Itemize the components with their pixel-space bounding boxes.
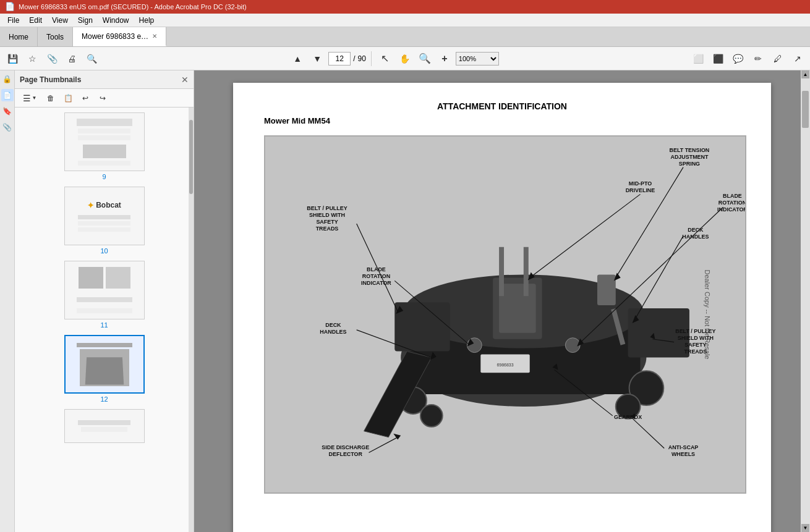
svg-text:BELT / PULLEY: BELT / PULLEY	[307, 205, 347, 211]
zoom-in-button[interactable]: +	[436, 50, 453, 67]
panel-close-button[interactable]: ✕	[181, 75, 189, 85]
panel-undo-button[interactable]: ↩	[78, 91, 93, 106]
main-layout: 🔒 📄 🔖 📎 Page Thumbnails ✕ ☰▼ 🗑 📋 ↩ ↪	[0, 70, 810, 532]
svg-text:HANDLES: HANDLES	[320, 329, 346, 335]
thumb-img-12	[64, 335, 145, 394]
tab-tools[interactable]: Tools	[38, 27, 73, 46]
title-bar-text: Mower 6986833 enUS om.pdf (SECURED) - Ad…	[19, 3, 247, 11]
app-icon: 📄	[5, 2, 15, 12]
svg-text:SAFETY: SAFETY	[684, 342, 706, 348]
menu-window[interactable]: Window	[98, 15, 134, 26]
diagram-container: 6986833 BELT TENSION ADJUSTMENT SPRING M…	[264, 135, 746, 494]
panel-toolbar: ☰▼ 🗑 📋 ↩ ↪	[15, 89, 194, 108]
svg-text:DRIVELINE: DRIVELINE	[626, 187, 655, 193]
nav-controls: ▲ ▼ / 90 ↖ ✋ 🔍 + 100% 75% 125% 150%	[289, 50, 499, 67]
thumb-page-13[interactable]	[17, 409, 191, 443]
svg-rect-17	[597, 274, 616, 305]
panel-title: Page Thumbnails	[20, 75, 81, 84]
svg-text:ROTATION: ROTATION	[362, 273, 390, 279]
panel-delete-button[interactable]: 🗑	[43, 91, 58, 106]
thumb-img-9	[64, 112, 145, 171]
edit-button[interactable]: 🖊	[769, 50, 787, 67]
panel-extract-button[interactable]: 📋	[61, 91, 75, 106]
thumb-img-11	[64, 261, 145, 319]
attach-button[interactable]: 📎	[43, 50, 61, 67]
zoom-out-button[interactable]: 🔍	[416, 50, 433, 67]
svg-text:SAFETY: SAFETY	[316, 219, 338, 225]
thumb-page-11[interactable]: 11	[17, 261, 191, 329]
menu-view[interactable]: View	[47, 15, 73, 26]
thumb-label-12: 12	[100, 395, 108, 403]
page-separator: /	[353, 54, 355, 63]
watermark-text: Dealer Copy -- Not for Resale	[704, 270, 712, 360]
pdf-content[interactable]: ATTACHMENT IDENTIFICATION Mower Mid MM54	[194, 70, 810, 532]
svg-text:WHEELS: WHEELS	[671, 451, 695, 457]
thumb-img-13	[64, 409, 145, 443]
svg-text:TREADS: TREADS	[316, 226, 339, 232]
thumb-label-11: 11	[100, 321, 108, 329]
svg-text:INDICATOR: INDICATOR	[717, 206, 745, 213]
total-pages: 90	[357, 54, 365, 63]
thumbnails-list[interactable]: 9 ✦ Bobcat 10	[15, 108, 194, 532]
bookmark-button[interactable]: ☆	[23, 50, 41, 67]
comment-button[interactable]: 💬	[730, 50, 747, 67]
zoom-select[interactable]: 100% 75% 125% 150%	[456, 52, 499, 65]
svg-text:ADJUSTMENT: ADJUSTMENT	[670, 154, 709, 160]
diagram-svg: 6986833 BELT TENSION ADJUSTMENT SPRING M…	[265, 137, 745, 492]
svg-text:BLADE: BLADE	[723, 193, 742, 199]
svg-text:BLADE: BLADE	[367, 266, 386, 272]
scrollbar[interactable]: ▲ ▼	[801, 70, 810, 532]
menu-file[interactable]: File	[2, 15, 24, 26]
thumb-label-10: 10	[100, 247, 108, 255]
bookmarks-icon[interactable]: 🔖	[1, 105, 14, 117]
svg-text:SIDE DISCHARGE: SIDE DISCHARGE	[322, 444, 369, 450]
print-button[interactable]: 🖨	[63, 50, 80, 67]
prev-page-button[interactable]: ▲	[289, 50, 306, 67]
lock-icon: 🔒	[1, 73, 14, 85]
tab-close-icon[interactable]: ✕	[152, 33, 157, 40]
svg-text:DECK: DECK	[325, 322, 341, 328]
svg-text:6986833: 6986833	[497, 363, 513, 367]
svg-rect-12	[499, 247, 504, 296]
panel-redo-button[interactable]: ↪	[95, 91, 110, 106]
thumb-label-9: 9	[102, 173, 106, 180]
find-button[interactable]: 🔍	[83, 50, 100, 67]
thumb-page-10[interactable]: ✦ Bobcat 10	[17, 187, 191, 255]
pages-icon[interactable]: 📄	[1, 89, 14, 101]
thumb-page-12[interactable]: 12	[17, 335, 191, 403]
svg-text:HANDLES: HANDLES	[682, 234, 709, 240]
svg-point-7	[420, 405, 443, 427]
svg-text:INDICATOR: INDICATOR	[361, 280, 391, 286]
fit-page-button[interactable]: ⬜	[690, 50, 707, 67]
paperclip-icon[interactable]: 📎	[1, 121, 14, 133]
export-button[interactable]: ↗	[789, 50, 806, 67]
toolbar: 💾 ☆ 📎 🖨 🔍 ▲ ▼ / 90 ↖ ✋ 🔍 + 100% 75% 125%…	[0, 47, 810, 70]
menu-help[interactable]: Help	[134, 15, 160, 26]
svg-rect-13	[524, 247, 529, 296]
svg-text:DECK: DECK	[688, 227, 704, 233]
page-number-input[interactable]	[328, 52, 351, 65]
cursor-tool[interactable]: ↖	[377, 50, 394, 67]
save-button[interactable]: 💾	[4, 50, 21, 67]
svg-text:SPRING: SPRING	[679, 161, 700, 167]
tab-bar: Home Tools Mower 6986833 e… ✕	[0, 27, 810, 47]
pdf-page: ATTACHMENT IDENTIFICATION Mower Mid MM54	[233, 83, 771, 532]
panel-menu-button[interactable]: ☰▼	[19, 91, 41, 106]
svg-text:BELT TENSION: BELT TENSION	[670, 147, 710, 153]
tab-home[interactable]: Home	[0, 27, 38, 46]
menu-sign[interactable]: Sign	[73, 15, 98, 26]
menu-edit[interactable]: Edit	[24, 15, 47, 26]
svg-rect-11	[499, 284, 536, 332]
tab-doc[interactable]: Mower 6986833 e… ✕	[73, 27, 166, 46]
svg-text:GEARBOX: GEARBOX	[614, 414, 642, 420]
fit-width-button[interactable]: ⬛	[710, 50, 727, 67]
thumbnails-panel: Page Thumbnails ✕ ☰▼ 🗑 📋 ↩ ↪	[15, 70, 194, 532]
hand-tool[interactable]: ✋	[396, 50, 414, 67]
menu-bar: File Edit View Sign Window Help	[0, 14, 810, 27]
pen-tool[interactable]: ✏	[749, 50, 767, 67]
svg-text:MID-PTO: MID-PTO	[629, 180, 652, 187]
svg-text:DEFLECTOR: DEFLECTOR	[329, 451, 363, 457]
thumb-page-9[interactable]: 9	[17, 112, 191, 180]
svg-text:SHIELD WITH: SHIELD WITH	[309, 212, 345, 218]
next-page-button[interactable]: ▼	[309, 50, 326, 67]
